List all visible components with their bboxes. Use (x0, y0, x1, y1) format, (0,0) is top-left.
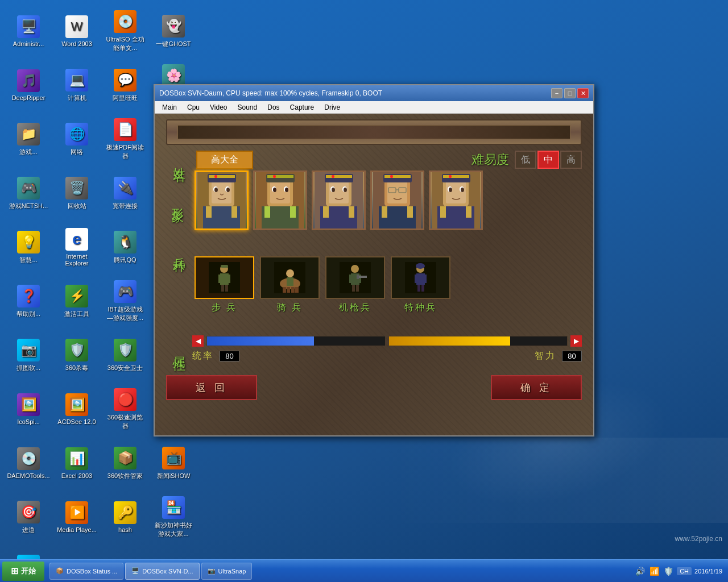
desktop-icon-qq[interactable]: 🐧 腾讯QQ (102, 222, 148, 273)
menu-capture[interactable]: Capture (286, 102, 319, 113)
portrait-4[interactable] (370, 171, 424, 230)
troop-infantry-icon[interactable] (195, 256, 254, 299)
desktop-icon-360kill[interactable]: 🛡️ 360杀毒 (54, 330, 100, 381)
desktop-icon-word2003[interactable]: W Word 2003 (54, 6, 100, 57)
qq-icon: 🐧 (114, 231, 136, 253)
taskbar-item-dosbox-status[interactable]: 📦 DOSBox Status ... (49, 563, 123, 580)
desktop-icon-acdsee[interactable]: 🖼️ ACDSee 12.0 (54, 384, 100, 435)
attr-right-arrow[interactable]: ▶ (570, 335, 582, 347)
help-icon: ❓ (17, 285, 40, 307)
desktop-icon-broadband[interactable]: 🔌 宽带连接 (102, 168, 148, 219)
desktop-icon-hash[interactable]: 🔑 hash (102, 492, 148, 543)
ie-icon: e (65, 228, 88, 251)
newsha-icon: 🏪 (162, 496, 185, 519)
minimize-button[interactable]: − (551, 88, 562, 98)
desktop-icon-pdfreader[interactable]: 📄 极速PDF阅读器 (102, 114, 148, 165)
portrait-3[interactable] (312, 171, 366, 230)
svg-rect-17 (264, 206, 270, 218)
portrait-5[interactable] (429, 171, 483, 230)
desktop-icon-bt[interactable]: 🎮 IBT超级游戏—游戏强度... (102, 276, 148, 327)
desktop-icon-ghost[interactable]: 👻 一键GHOST (151, 6, 196, 57)
name-input[interactable]: 高大全 (196, 151, 253, 169)
svg-point-96 (416, 263, 425, 269)
desktop-icon-netsh[interactable]: 🎮 游戏NETSH... (6, 168, 51, 219)
desktop-icon-activate[interactable]: ⚡ 激活工具 (54, 276, 100, 327)
troop-special-icon[interactable] (391, 256, 450, 299)
svg-rect-41 (387, 181, 407, 203)
portrait-3-img (313, 172, 364, 228)
desktop-icon-360speed[interactable]: 🔴 360极速浏览器 (102, 384, 148, 435)
stat-right: 智力 80 (535, 350, 582, 362)
desktop-icon-recycle[interactable]: 🗑️ 回收站 (54, 168, 100, 219)
svg-rect-5 (231, 206, 237, 218)
troop-machinegun-icon[interactable] (325, 256, 385, 299)
desktop-icon-computer[interactable]: 💻 计算机 (54, 60, 100, 111)
desktop-icon-ultraiso[interactable]: 💿 UltraISO 全功能单文... (102, 6, 148, 57)
attr-bar-row: ◀ ▶ (192, 335, 582, 347)
svg-point-37 (332, 188, 335, 192)
desktop-icon-daemon[interactable]: 💿 DAEMOTools... (6, 438, 51, 489)
svg-rect-68 (227, 275, 230, 283)
menu-cpu[interactable]: Cpu (183, 102, 204, 113)
stat-intel-label: 智力 (535, 350, 556, 362)
close-button[interactable]: ✕ (577, 88, 589, 98)
taskbar-item-ultrasnap[interactable]: 📷 UltraSnap (201, 563, 253, 580)
desktop-icon-360guard[interactable]: 🛡️ 360安全卫士 (102, 330, 148, 381)
desktop-icon-network[interactable]: 🌐 网络 (54, 114, 100, 165)
difficulty-medium[interactable]: 中 (537, 151, 559, 169)
desktop-icon-wisdom[interactable]: 💡 智慧... (6, 222, 51, 273)
desktop-icon-newsshow[interactable]: 📺 新闻iSHOW (151, 438, 196, 489)
portrait-2[interactable] (253, 171, 307, 230)
svg-rect-74 (283, 287, 286, 293)
menu-drive[interactable]: Drive (320, 102, 345, 113)
attr-bar-yellow-container (388, 336, 568, 346)
start-button[interactable]: ⊞ 开始 (2, 562, 44, 581)
language-indicator[interactable]: CH (677, 567, 692, 575)
attr-bars: ◀ ▶ 统率 (192, 335, 582, 362)
troop-infantry: 步 兵 (195, 256, 254, 314)
menu-video[interactable]: Video (205, 102, 231, 113)
desktop-icon-jinding[interactable]: 🎯 进道 (6, 492, 51, 543)
maximize-button[interactable]: □ (564, 88, 576, 98)
taskbar-item-dosbox-svn[interactable]: 🖥️ DOSBox SVN-D... (125, 563, 199, 580)
word2003-icon: W (65, 15, 88, 38)
desktop-icon-360app[interactable]: 📦 360软件管家 (102, 438, 148, 489)
desktop-icon-media[interactable]: ▶️ Media Playe... (54, 492, 100, 543)
tray-volume-icon: 📶 (648, 566, 660, 577)
desktop-icon-games[interactable]: 📁 游戏... (6, 114, 51, 165)
menu-main[interactable]: Main (158, 102, 181, 113)
desktop-icon-help[interactable]: ❓ 帮助别... (6, 276, 51, 327)
troop-machinegun-name: 机枪兵 (339, 302, 371, 314)
activate-icon: ⚡ (65, 285, 88, 307)
svg-rect-53 (446, 181, 466, 203)
desktop-icon-excel2003[interactable]: 📊 Excel 2003 (54, 438, 100, 489)
difficulty-low[interactable]: 低 (515, 151, 536, 169)
svg-rect-43 (382, 206, 387, 218)
desktop-icon-newsha[interactable]: 🏪 新沙加神书好游戏大家... (151, 492, 196, 543)
difficulty-high[interactable]: 高 (560, 151, 582, 169)
stat-attack-label: 统率 (192, 350, 214, 362)
attr-left-arrow[interactable]: ◀ (192, 335, 204, 347)
dosbox-game-content: 姓名 高大全 难易度 低 中 高 形象 (155, 114, 593, 435)
confirm-button[interactable]: 确 定 (491, 375, 582, 400)
desktop-icon-ie[interactable]: e Internet Explorer (54, 222, 100, 273)
troop-cavalry-icon[interactable] (260, 256, 320, 299)
portrait-label: 形象 (166, 198, 186, 203)
svg-rect-77 (295, 287, 299, 293)
svg-rect-94 (417, 285, 420, 292)
desktop-icon-deepripper[interactable]: 🎵 DeepRipper (6, 60, 51, 111)
desktop-icon-icospi[interactable]: 🖼️ IcoSpi... (6, 384, 51, 435)
desktop-icon-administrator[interactable]: 🖥️ Administr... (6, 6, 51, 57)
portrait-1[interactable] (195, 171, 249, 230)
game-buttons-area: 返 回 确 定 (166, 375, 582, 400)
name-section: 姓名 高大全 (166, 151, 253, 169)
desktop-icon-tujianer[interactable]: 📷 抓图软... (6, 330, 51, 381)
svg-rect-59 (449, 175, 452, 178)
back-button[interactable]: 返 回 (166, 375, 257, 400)
tujianer-icon: 📷 (17, 339, 40, 361)
menu-sound[interactable]: Sound (233, 102, 262, 113)
svg-point-81 (351, 265, 359, 273)
desktop-icon-aliwangwang[interactable]: 💬 阿里旺旺 (102, 60, 148, 111)
portrait-5-img (431, 172, 481, 228)
menu-dos[interactable]: Dos (263, 102, 284, 113)
